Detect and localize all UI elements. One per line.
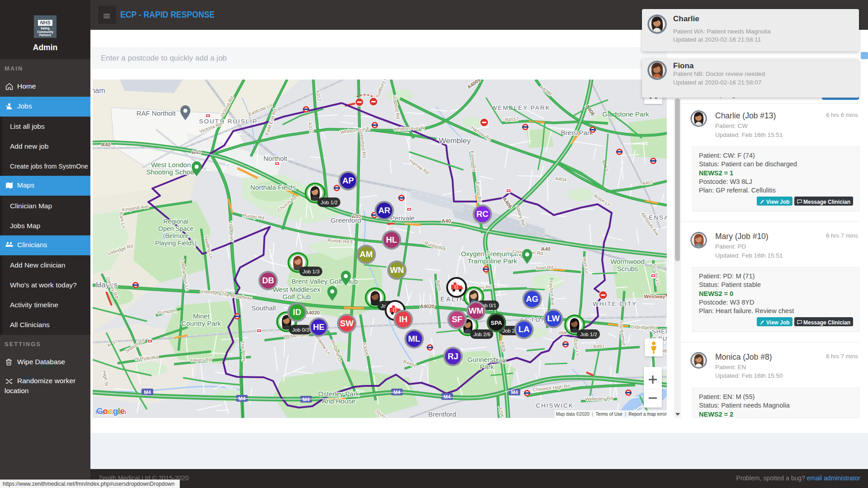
svg-text:SW: SW <box>340 319 354 328</box>
svg-text:Minet: Minet <box>193 312 210 320</box>
svg-text:Trampoline Park: Trampoline Park <box>467 257 517 265</box>
svg-text:Country Park: Country Park <box>181 319 221 327</box>
svg-text:HL: HL <box>386 235 397 244</box>
svg-text:Job 0/3: Job 0/3 <box>292 327 309 333</box>
svg-text:WEMBLEY PARK: WEMBLEY PARK <box>491 104 551 111</box>
svg-text:A40: A40 <box>541 246 550 252</box>
svg-text:Noel Rd: Noel Rd <box>536 264 554 271</box>
svg-text:SPA: SPA <box>491 320 502 326</box>
svg-text:M4: M4 <box>511 389 518 395</box>
svg-text:RC: RC <box>476 209 489 219</box>
svg-text:A4020: A4020 <box>420 304 434 309</box>
svg-text:Shooting School: Shooting School <box>146 168 195 176</box>
svg-text:(Belmore: (Belmore <box>163 232 189 239</box>
svg-text:HE: HE <box>313 322 325 332</box>
svg-text:AP: AP <box>342 176 354 185</box>
svg-text:Southall: Southall <box>251 304 276 312</box>
svg-text:ID: ID <box>293 307 302 317</box>
svg-text:M4: M4 <box>144 389 151 395</box>
svg-text:Job 2/6: Job 2/6 <box>473 332 491 337</box>
svg-text:West Middlesex: West Middlesex <box>273 286 321 293</box>
svg-text:ham: ham <box>93 87 105 94</box>
svg-text:Job 1/3: Job 1/3 <box>302 269 320 274</box>
svg-text:Wembley: Wembley <box>439 136 471 145</box>
svg-text:Park: Park <box>480 363 494 371</box>
svg-text:Northolt: Northolt <box>264 155 288 162</box>
svg-text:IH: IH <box>399 314 408 324</box>
svg-text:Open Space: Open Space <box>158 225 193 232</box>
svg-text:Job 1/2: Job 1/2 <box>580 332 597 337</box>
svg-text:Brentford: Brentford <box>428 410 456 418</box>
svg-text:DB: DB <box>262 276 274 285</box>
svg-text:Regional: Regional <box>163 218 188 225</box>
svg-text:Playing Fields): Playing Fields) <box>155 239 197 247</box>
svg-text:WM: WM <box>469 306 484 315</box>
svg-text:West London: West London <box>151 161 191 169</box>
svg-text:M4: M4 <box>302 397 310 402</box>
svg-text:Wellesley Rd: Wellesley Rd <box>585 395 613 402</box>
svg-text:Golf Club: Golf Club <box>283 293 311 300</box>
svg-text:Hayes Rd: Hayes Rd <box>191 357 212 363</box>
svg-text:Perivale: Perivale <box>390 214 415 222</box>
svg-text:WHITE CITY: WHITE CITY <box>593 300 637 307</box>
svg-text:WN: WN <box>390 265 404 275</box>
svg-text:LW: LW <box>547 314 560 323</box>
svg-text:Scrubs: Scrubs <box>617 265 638 272</box>
svg-text:AG: AG <box>526 294 538 304</box>
svg-text:LA: LA <box>519 324 530 334</box>
svg-text:ML: ML <box>408 334 420 343</box>
svg-text:SF: SF <box>452 314 462 324</box>
svg-text:Gunnersbury: Gunnersbury <box>467 356 507 363</box>
svg-text:RJ: RJ <box>448 352 458 361</box>
svg-text:B4557: B4557 <box>505 116 519 122</box>
svg-text:Wormwood: Wormwood <box>610 258 645 265</box>
svg-text:Westway: Westway <box>644 294 666 299</box>
svg-text:B491: B491 <box>593 343 604 349</box>
svg-text:AR: AR <box>378 206 391 215</box>
svg-text:RAF Northolt: RAF Northolt <box>137 109 176 117</box>
svg-text:Uxbridge Rd: Uxbridge Rd <box>631 324 657 330</box>
svg-text:Job 1/2: Job 1/2 <box>321 200 338 205</box>
svg-text:SOUTH RUISLIP: SOUTH RUISLIP <box>199 118 258 125</box>
svg-text:A4020: A4020 <box>305 310 320 315</box>
svg-text:AM: AM <box>360 249 373 259</box>
svg-text:CHISWICK: CHISWICK <box>536 402 574 409</box>
